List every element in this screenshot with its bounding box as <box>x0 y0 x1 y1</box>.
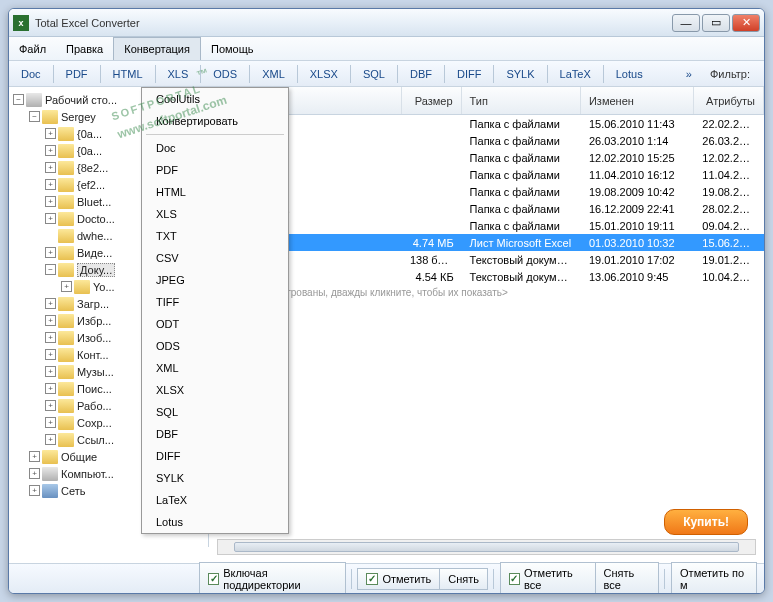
expand-icon[interactable]: + <box>45 162 56 173</box>
format-html[interactable]: HTML <box>107 65 149 83</box>
format-lotus[interactable]: Lotus <box>610 65 649 83</box>
expand-icon[interactable]: − <box>29 111 40 122</box>
expand-icon[interactable]: + <box>29 468 40 479</box>
dd-latex[interactable]: LaTeX <box>142 489 288 511</box>
menu-помощь[interactable]: Помощь <box>201 37 264 60</box>
dd-convert[interactable]: Конвертировать <box>142 110 288 132</box>
format-ods[interactable]: ODS <box>207 65 243 83</box>
file-row[interactable]: ...mПапка с файлами15.01.2010 19:1109.04… <box>209 217 764 234</box>
tree-label: Компьют... <box>61 468 114 480</box>
format-xlsx[interactable]: XLSX <box>304 65 344 83</box>
menu-правка[interactable]: Правка <box>56 37 113 60</box>
filter-note[interactable]: файлы отфильтрованы, дважды кликните, чт… <box>209 285 764 300</box>
fld-icon <box>58 263 74 277</box>
format-dbf[interactable]: DBF <box>404 65 438 83</box>
expand-icon[interactable]: + <box>61 281 72 292</box>
format-diff[interactable]: DIFF <box>451 65 487 83</box>
expand-icon[interactable]: − <box>13 94 24 105</box>
tree-label: Bluet... <box>77 196 111 208</box>
expand-icon[interactable]: + <box>45 349 56 360</box>
dd-sylk[interactable]: SYLK <box>142 467 288 489</box>
file-row[interactable]: ...ords D...Папка с файлами11.04.2010 16… <box>209 166 764 183</box>
dd-lotus[interactable]: Lotus <box>142 511 288 533</box>
expand-icon[interactable]: + <box>45 366 56 377</box>
close-button[interactable]: ✕ <box>732 14 760 32</box>
fld-icon <box>58 297 74 311</box>
fld-icon <box>42 450 58 464</box>
mark-button[interactable]: ✓ Отметить <box>357 568 440 590</box>
minimize-button[interactable]: — <box>672 14 700 32</box>
expand-icon[interactable]: + <box>45 128 56 139</box>
file-row[interactable]: ...IFTПапка с файлами12.02.2010 15:2512.… <box>209 149 764 166</box>
dd-sql[interactable]: SQL <box>142 401 288 423</box>
col-attributes[interactable]: Атрибуты <box>694 87 764 114</box>
dd-tiff[interactable]: TIFF <box>142 291 288 313</box>
dd-csv[interactable]: CSV <box>142 247 288 269</box>
expand-icon[interactable]: + <box>45 400 56 411</box>
dd-txt[interactable]: TXT <box>142 225 288 247</box>
col-type[interactable]: Тип <box>462 87 581 114</box>
dd-html[interactable]: HTML <box>142 181 288 203</box>
expand-icon[interactable]: + <box>45 145 56 156</box>
tree-label: Sergey <box>61 111 96 123</box>
file-row[interactable]: ...upПапка с файлами19.08.2009 10:4219.0… <box>209 183 764 200</box>
unmark-button[interactable]: Снять <box>439 568 488 590</box>
drv-icon <box>42 467 58 481</box>
titlebar[interactable]: x Total Excel Converter — ▭ ✕ <box>9 9 764 37</box>
dd-xml[interactable]: XML <box>142 357 288 379</box>
unmark-all-button[interactable]: Снять все <box>595 562 660 595</box>
expand-icon[interactable]: + <box>45 434 56 445</box>
expand-icon[interactable]: + <box>45 383 56 394</box>
fld-icon <box>42 110 58 124</box>
file-row[interactable]: ...е данн...138 байтТекстовый документ19… <box>209 251 764 268</box>
dd-coolutils[interactable]: CoolUtils <box>142 88 288 110</box>
list-header[interactable]: Имя Размер Тип Изменен Атрибуты <box>209 87 764 115</box>
col-size[interactable]: Размер <box>402 87 462 114</box>
format-latex[interactable]: LaTeX <box>554 65 597 83</box>
expand-icon[interactable]: + <box>45 247 56 258</box>
dd-doc[interactable]: Doc <box>142 137 288 159</box>
expand-icon[interactable]: + <box>45 332 56 343</box>
expand-icon[interactable]: + <box>45 315 56 326</box>
dd-dbf[interactable]: DBF <box>142 423 288 445</box>
tree-label: Изоб... <box>77 332 111 344</box>
toolbar-overflow[interactable]: » <box>680 68 698 80</box>
format-doc[interactable]: Doc <box>15 65 47 83</box>
dd-xls[interactable]: XLS <box>142 203 288 225</box>
expand-icon[interactable]: + <box>29 451 40 462</box>
col-modified[interactable]: Изменен <box>581 87 694 114</box>
maximize-button[interactable]: ▭ <box>702 14 730 32</box>
format-xml[interactable]: XML <box>256 65 291 83</box>
file-row[interactable]: ...s Intera...Папка с файлами16.12.2009 … <box>209 200 764 217</box>
dd-diff[interactable]: DIFF <box>142 445 288 467</box>
dd-jpeg[interactable]: JPEG <box>142 269 288 291</box>
mark-all-button[interactable]: ✓ Отметить все <box>500 562 596 595</box>
menu-файл[interactable]: Файл <box>9 37 56 60</box>
separator <box>351 569 352 589</box>
format-xls[interactable]: XLS <box>162 65 195 83</box>
dd-ods[interactable]: ODS <box>142 335 288 357</box>
expand-icon[interactable] <box>45 230 56 241</box>
menu-конвертация[interactable]: Конвертация <box>113 37 201 60</box>
file-row[interactable]: ...к прог...4.54 КБТекстовый документ13.… <box>209 268 764 285</box>
expand-icon[interactable]: + <box>45 196 56 207</box>
buy-button[interactable]: Купить! <box>664 509 748 535</box>
dd-xlsx[interactable]: XLSX <box>142 379 288 401</box>
expand-icon[interactable]: + <box>29 485 40 496</box>
file-row[interactable]: ...oadsПапка с файлами26.03.2010 1:1426.… <box>209 132 764 149</box>
file-row[interactable]: 4.74 МБЛист Microsoft Excel01.03.2010 10… <box>209 234 764 251</box>
format-sql[interactable]: SQL <box>357 65 391 83</box>
mark-by-button[interactable]: Отметить по м <box>671 562 757 595</box>
dd-pdf[interactable]: PDF <box>142 159 288 181</box>
dd-odt[interactable]: ODT <box>142 313 288 335</box>
expand-icon[interactable]: + <box>45 213 56 224</box>
horizontal-scrollbar[interactable] <box>217 539 756 555</box>
file-row[interactable]: ...oth Ex...Папка с файлами15.06.2010 11… <box>209 115 764 132</box>
expand-icon[interactable]: − <box>45 264 56 275</box>
expand-icon[interactable]: + <box>45 179 56 190</box>
expand-icon[interactable]: + <box>45 417 56 428</box>
format-sylk[interactable]: SYLK <box>500 65 540 83</box>
include-subdirs-toggle[interactable]: ✓ Включая поддиректории <box>199 562 345 595</box>
expand-icon[interactable]: + <box>45 298 56 309</box>
format-pdf[interactable]: PDF <box>60 65 94 83</box>
